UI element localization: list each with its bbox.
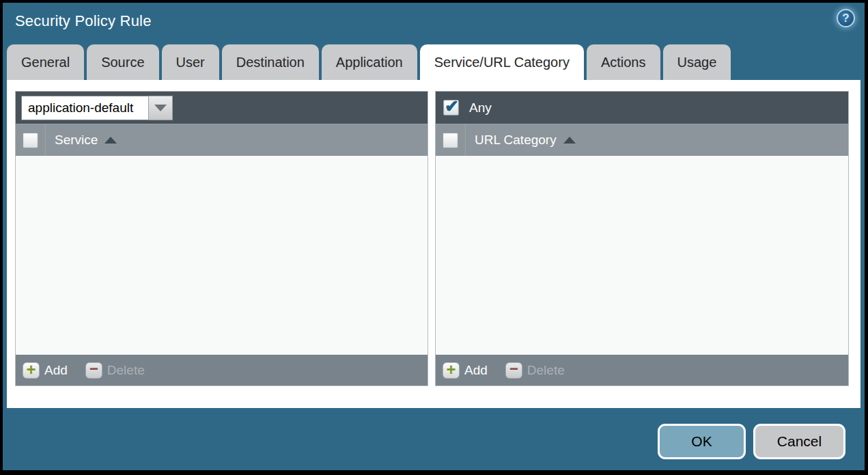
add-button-label: Add (44, 363, 68, 378)
security-policy-rule-dialog: Security Policy Rule ? General Source Us… (3, 3, 865, 470)
service-type-dropdown[interactable]: application-default (21, 96, 173, 120)
service-select-all-checkbox[interactable] (23, 133, 38, 148)
sort-ascending-icon[interactable] (563, 137, 576, 144)
tab-label: Source (101, 55, 144, 70)
tab-bar: General Source User Destination Applicat… (7, 44, 731, 80)
service-footer: + Add − Delete (16, 355, 428, 385)
minus-glyph: − (509, 362, 518, 377)
chevron-down-icon (154, 105, 167, 111)
add-icon: + (23, 362, 40, 379)
any-checkbox[interactable] (443, 100, 459, 116)
url-category-toolbar: Any (436, 92, 848, 124)
help-icon[interactable]: ? (837, 9, 855, 27)
tab-actions[interactable]: Actions (587, 44, 660, 80)
ok-button[interactable]: OK (658, 424, 746, 459)
plus-glyph: + (446, 362, 456, 378)
add-icon: + (443, 362, 460, 379)
service-add-button[interactable]: + Add (23, 362, 68, 379)
url-category-list-empty[interactable] (436, 156, 848, 355)
tab-content-area: application-default Service + Add (7, 80, 860, 408)
url-category-delete-button[interactable]: − Delete (505, 362, 565, 379)
service-list-empty[interactable] (16, 156, 428, 355)
dialog-title: Security Policy Rule (15, 12, 152, 30)
service-panel: application-default Service + Add (15, 91, 428, 386)
add-button-label: Add (464, 363, 488, 378)
service-table-header: Service (16, 124, 428, 156)
service-toolbar: application-default (16, 92, 428, 124)
tab-general[interactable]: General (7, 44, 84, 80)
tab-service-url-category[interactable]: Service/URL Category (420, 44, 584, 80)
plus-glyph: + (26, 362, 36, 378)
service-type-dropdown-value: application-default (21, 96, 148, 120)
url-category-select-all-checkbox[interactable] (443, 133, 458, 148)
help-icon-glyph: ? (842, 12, 849, 25)
tab-label: Actions (601, 55, 646, 70)
url-category-footer: + Add − Delete (436, 355, 848, 385)
tab-label: User (176, 55, 205, 70)
cancel-button[interactable]: Cancel (753, 424, 845, 459)
tab-application[interactable]: Application (322, 44, 417, 80)
delete-icon: − (85, 362, 102, 379)
any-checkbox-label[interactable]: Any (469, 100, 492, 116)
url-category-select-all-cell (436, 124, 466, 156)
tab-label: General (21, 55, 70, 70)
tab-label: Application (336, 55, 403, 70)
tab-usage[interactable]: Usage (663, 44, 731, 80)
service-delete-button[interactable]: − Delete (85, 362, 145, 379)
tab-label: Service/URL Category (434, 55, 570, 70)
service-column-header[interactable]: Service (55, 133, 98, 148)
delete-icon: − (505, 362, 522, 379)
url-category-table-header: URL Category (436, 124, 848, 156)
dialog-action-buttons: OK Cancel (658, 424, 845, 459)
delete-button-label: Delete (527, 363, 565, 378)
tab-source[interactable]: Source (87, 44, 158, 80)
sort-ascending-icon[interactable] (104, 137, 117, 144)
tab-destination[interactable]: Destination (222, 44, 319, 80)
title-bar: Security Policy Rule ? (3, 3, 865, 45)
url-category-add-button[interactable]: + Add (443, 362, 488, 379)
tab-label: Destination (236, 55, 305, 70)
service-select-all-cell (16, 124, 46, 156)
tab-user[interactable]: User (162, 44, 219, 80)
minus-glyph: − (89, 362, 98, 377)
tab-label: Usage (677, 55, 717, 70)
delete-button-label: Delete (107, 363, 145, 378)
url-category-panel: Any URL Category + Add − Delete (435, 91, 849, 386)
url-category-column-header[interactable]: URL Category (475, 133, 557, 148)
dropdown-arrow-button[interactable] (148, 96, 173, 120)
